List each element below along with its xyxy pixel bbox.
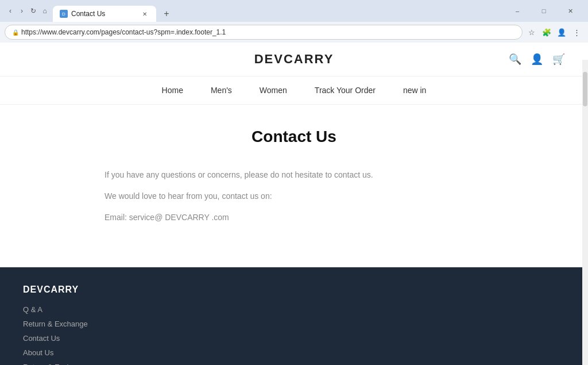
extensions-button[interactable]: 🧩 xyxy=(540,25,554,39)
footer-brand: DEVCARRY xyxy=(23,285,565,295)
contact-paragraph-2: We would love to hear from you, contact … xyxy=(105,190,483,202)
nav-home[interactable]: Home xyxy=(162,86,183,95)
browser-tab[interactable]: D Contact Us ✕ xyxy=(53,6,156,22)
refresh-button[interactable]: ↻ xyxy=(28,5,39,17)
nav-mens[interactable]: Men's xyxy=(211,86,232,95)
url-box[interactable]: 🔒 https://www.devcarry.com/pages/contact… xyxy=(5,25,523,40)
page-title: Contact Us xyxy=(105,128,483,146)
scrollbar-track[interactable] xyxy=(582,60,588,365)
scrollbar-thumb[interactable] xyxy=(583,72,587,106)
url-text: https://www.devcarry.com/pages/contact-u… xyxy=(21,28,226,36)
page-main: Contact Us If you have any questions or … xyxy=(93,105,495,267)
close-button[interactable]: ✕ xyxy=(557,2,583,20)
maximize-button[interactable]: □ xyxy=(531,2,557,20)
contact-email: Email: service@ DEVCARRY .com xyxy=(105,212,483,224)
tab-label: Contact Us xyxy=(71,10,105,18)
account-icon[interactable]: 👤 xyxy=(531,53,543,66)
tab-close-button[interactable]: ✕ xyxy=(140,9,149,18)
lock-icon: 🔒 xyxy=(12,29,19,36)
site-footer: DEVCARRY Q & A Return & Exchange Contact… xyxy=(0,267,588,365)
profile-button[interactable]: 👤 xyxy=(555,25,568,39)
footer-link-contact-us[interactable]: Contact Us xyxy=(23,334,565,343)
footer-link-qa[interactable]: Q & A xyxy=(23,305,565,314)
bookmark-button[interactable]: ☆ xyxy=(525,25,539,39)
nav-women[interactable]: Women xyxy=(260,86,287,95)
new-tab-button[interactable]: + xyxy=(158,6,175,22)
contact-paragraph-1: If you have any questions or concerns, p… xyxy=(105,169,483,181)
footer-link-return-exchange-2[interactable]: Return & Exchange xyxy=(23,363,565,365)
site-header: DEVCARRY 🔍 👤 🛒 xyxy=(0,43,588,76)
site-nav: Home Men's Women Track Your Order new in xyxy=(0,76,588,105)
search-icon[interactable]: 🔍 xyxy=(509,53,521,66)
nav-track-order[interactable]: Track Your Order xyxy=(315,86,376,95)
menu-button[interactable]: ⋮ xyxy=(570,25,583,39)
footer-link-return-exchange-1[interactable]: Return & Exchange xyxy=(23,320,565,328)
nav-new-in[interactable]: new in xyxy=(403,86,426,95)
footer-link-about-us[interactable]: About Us xyxy=(23,348,565,357)
back-button[interactable]: ‹ xyxy=(5,5,16,17)
tab-favicon: D xyxy=(60,10,68,18)
minimize-button[interactable]: – xyxy=(504,2,531,20)
cart-icon[interactable]: 🛒 xyxy=(552,53,565,66)
home-button[interactable]: ⌂ xyxy=(39,5,51,17)
forward-button[interactable]: › xyxy=(16,5,28,17)
site-logo: DEVCARRY xyxy=(204,52,385,67)
